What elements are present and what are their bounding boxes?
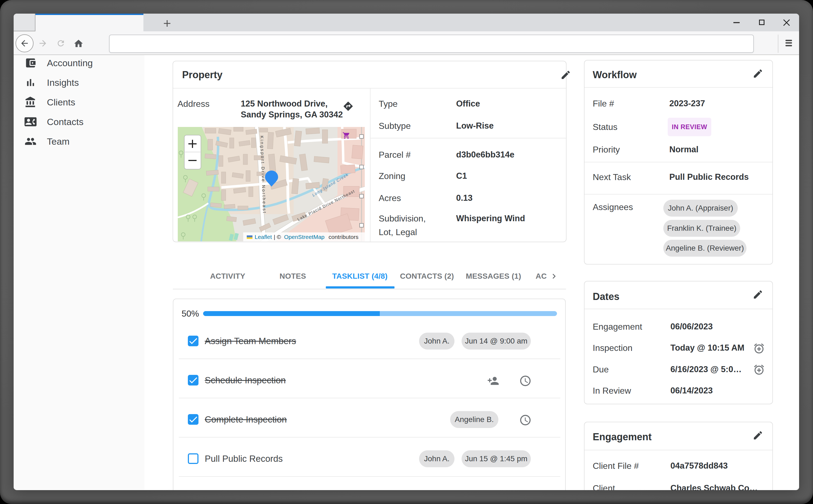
svg-text:| ©: | © <box>274 234 281 240</box>
svg-text:contributors: contributors <box>329 234 359 240</box>
svg-text:OpenStreetMap: OpenStreetMap <box>284 234 325 240</box>
svg-text:Leaflet: Leaflet <box>255 234 272 240</box>
